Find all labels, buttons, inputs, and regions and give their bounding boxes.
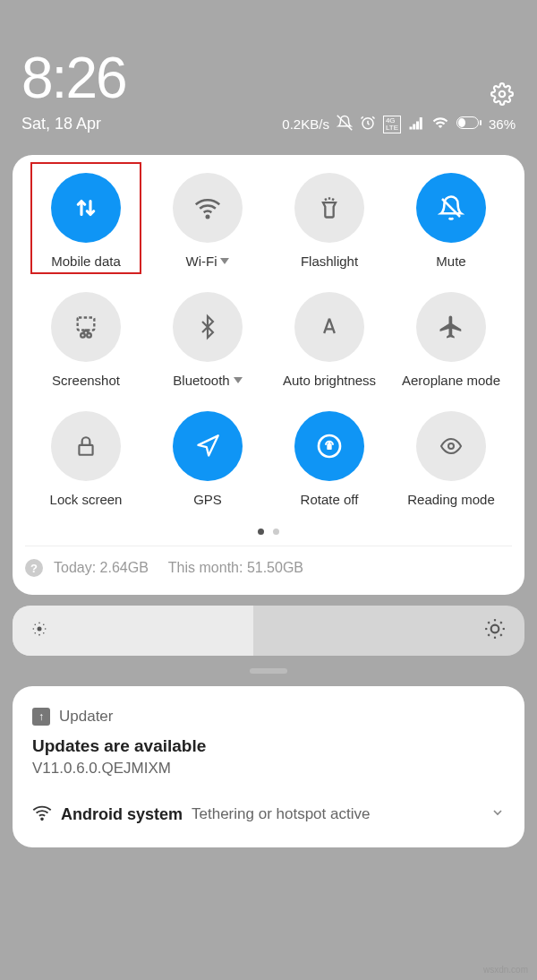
time-display: 8:26: [21, 45, 516, 111]
svg-point-15: [38, 627, 42, 632]
brightness-slider[interactable]: [13, 606, 524, 656]
quick-settings-panel: Mobile data Wi-Fi Flashlight Mute Screen…: [13, 155, 524, 595]
tile-lock-screen[interactable]: Lock screen: [25, 411, 147, 507]
watermark: wsxdn.com: [483, 965, 528, 975]
svg-rect-11: [79, 445, 92, 455]
tile-label: Mute: [436, 254, 465, 269]
tile-label: Rotate off: [301, 492, 359, 507]
chevron-down-icon: [220, 258, 229, 264]
network-speed-label: 0.2KB/s: [282, 116, 329, 132]
brightness-fill: [13, 606, 253, 656]
page-dots: [25, 529, 512, 535]
notification-card[interactable]: ↑ Updater Updates are available V11.0.6.…: [13, 686, 524, 847]
svg-point-22: [34, 632, 36, 634]
tile-label: Flashlight: [301, 254, 358, 269]
brightness-high-icon: [483, 617, 507, 644]
notification-app-name: Updater: [59, 708, 113, 726]
status-bar: 8:26 Sat, 18 Apr 0.2KB/s 4GLTE: [0, 0, 537, 148]
tile-reading[interactable]: Reading mode: [390, 411, 512, 507]
svg-point-23: [43, 623, 45, 625]
info-icon: ?: [25, 559, 43, 577]
tile-mobile-data[interactable]: Mobile data: [25, 173, 147, 269]
svg-point-9: [81, 333, 85, 338]
signal-icon: [408, 115, 424, 133]
chevron-down-icon: [234, 377, 243, 383]
battery-icon: [456, 116, 482, 132]
notification-app-name-2: Android system: [61, 805, 183, 824]
battery-percent: 36%: [489, 116, 516, 132]
svg-line-28: [500, 634, 502, 636]
drag-handle[interactable]: [250, 668, 287, 674]
tile-label: Aeroplane mode: [402, 373, 500, 388]
svg-point-6: [207, 216, 209, 219]
highlight-box: [30, 162, 141, 274]
brightness-low-icon: [30, 620, 48, 641]
tile-gps[interactable]: GPS: [147, 411, 268, 507]
updater-app-icon: ↑: [32, 708, 50, 726]
hotspot-icon: [32, 803, 52, 826]
wifi-icon: [173, 173, 243, 243]
lock-icon: [51, 411, 121, 481]
svg-point-10: [87, 333, 91, 338]
svg-point-18: [33, 628, 35, 630]
tile-bluetooth[interactable]: Bluetooth: [147, 292, 268, 388]
notification-header: ↑ Updater: [32, 708, 505, 726]
dnd-icon: [337, 115, 353, 133]
tile-rotate[interactable]: Rotate off: [268, 411, 390, 507]
reading-mode-icon: [416, 411, 486, 481]
svg-point-33: [41, 818, 43, 820]
tile-label: Screenshot: [52, 373, 120, 388]
svg-point-16: [38, 623, 40, 624]
aeroplane-icon: [416, 292, 486, 362]
screenshot-icon: [51, 292, 121, 362]
tile-aeroplane[interactable]: Aeroplane mode: [390, 292, 512, 388]
dot: [258, 529, 264, 535]
svg-point-19: [45, 628, 47, 630]
tile-label: GPS: [193, 492, 222, 507]
tile-label: Wi-Fi: [186, 254, 230, 269]
svg-point-17: [38, 634, 40, 636]
bluetooth-icon: [173, 292, 243, 362]
status-icons: 0.2KB/s 4GLTE 36%: [282, 115, 516, 133]
tile-label: Lock screen: [50, 492, 123, 507]
tile-label: Bluetooth: [173, 373, 242, 388]
svg-rect-5: [480, 120, 482, 125]
tile-label: Reading mode: [407, 492, 495, 507]
tile-auto-brightness[interactable]: Auto brightness: [268, 292, 390, 388]
svg-point-24: [491, 625, 499, 633]
svg-line-1: [337, 116, 353, 131]
notification-title: Updates are available: [32, 736, 505, 756]
date-display: Sat, 18 Apr: [21, 115, 101, 133]
notification-text-2: Tethering or hotspot active: [192, 805, 482, 823]
chevron-down-icon: [490, 805, 505, 823]
alarm-icon: [360, 115, 376, 133]
auto-brightness-icon: [294, 292, 364, 362]
data-usage-row[interactable]: ? Today: 2.64GB This month: 51.50GB: [25, 546, 512, 577]
svg-point-21: [43, 632, 45, 634]
dot: [273, 529, 279, 535]
rotate-icon: [294, 411, 364, 481]
svg-point-20: [34, 623, 36, 625]
tile-mute[interactable]: Mute: [390, 173, 512, 269]
notification-subtitle: V11.0.6.0.QEJMIXM: [32, 760, 505, 778]
tile-wifi[interactable]: Wi-Fi: [147, 173, 268, 269]
usage-today: Today: 2.64GB: [54, 560, 149, 576]
mute-icon: [416, 173, 486, 243]
settings-icon[interactable]: [490, 82, 514, 109]
tile-screenshot[interactable]: Screenshot: [25, 292, 147, 388]
notification-row-2[interactable]: Android system Tethering or hotspot acti…: [32, 803, 505, 826]
svg-line-27: [488, 622, 490, 623]
gps-icon: [173, 411, 243, 481]
usage-month: This month: 51.50GB: [168, 560, 303, 576]
svg-rect-13: [327, 443, 331, 450]
svg-point-0: [499, 91, 506, 98]
tile-flashlight[interactable]: Flashlight: [268, 173, 390, 269]
svg-line-32: [500, 622, 502, 623]
svg-line-31: [488, 634, 490, 636]
svg-rect-4: [458, 118, 465, 127]
wifi-signal-icon: [431, 115, 449, 133]
volte-icon: 4GLTE: [383, 116, 401, 133]
svg-rect-8: [78, 318, 95, 331]
tile-label: Auto brightness: [283, 373, 376, 388]
flashlight-icon: [294, 173, 364, 243]
